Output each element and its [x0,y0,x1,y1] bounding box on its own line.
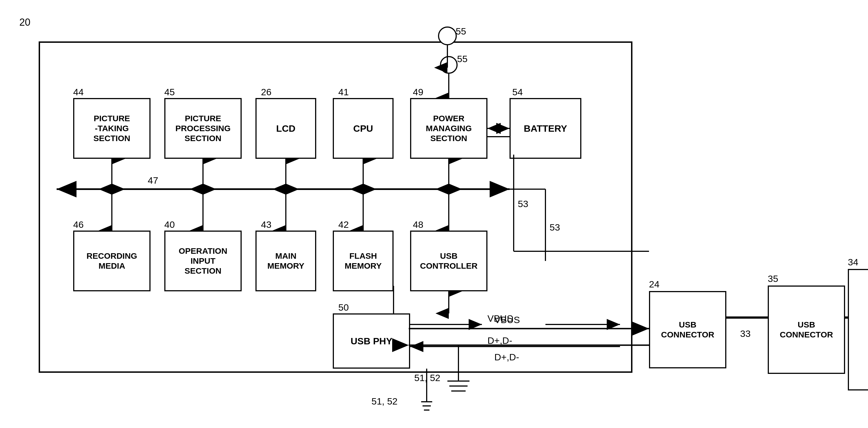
svg-text:55: 55 [456,26,466,36]
svg-text:44: 44 [73,87,84,97]
svg-text:47: 47 [148,175,158,186]
device-34-wrapper: 34 [848,257,868,391]
usb-connector-35-wrapper: 35 USBCONNECTOR [768,273,845,374]
lcd: LCD [255,98,316,159]
device-34 [848,269,868,391]
svg-text:D+,D-: D+,D- [488,335,512,346]
svg-text:51, 52: 51, 52 [371,396,398,406]
svg-text:41: 41 [338,87,349,97]
main-camera-block: 47 [39,41,632,373]
svg-text:51, 52: 51, 52 [414,372,440,383]
svg-text:33: 33 [740,328,751,339]
ref-35: 35 [768,273,845,284]
svg-text:45: 45 [164,87,175,97]
picture-processing-section: PICTUREPROCESSINGSECTION [164,98,242,159]
ref-34: 34 [848,257,868,268]
ref-24: 24 [649,279,726,290]
svg-text:43: 43 [261,219,272,230]
battery: BATTERY [509,98,581,159]
usb-controller: USBCONTROLLER [410,231,488,291]
cpu: CPU [333,98,394,159]
svg-text:53: 53 [550,222,560,233]
diagram-container: 20 [17,14,859,414]
recording-media: RECORDINGMEDIA [73,231,151,291]
svg-text:46: 46 [73,219,84,230]
flash-memory: FLASHMEMORY [333,231,394,291]
operation-input-section: OPERATIONINPUTSECTION [164,231,242,291]
usb-connector-24-wrapper: 24 USBCONNECTOR [649,279,726,368]
usb-phy: USB PHY [333,313,410,369]
svg-text:49: 49 [413,87,423,97]
svg-point-38 [440,57,457,73]
picture-taking-section: PICTURE-TAKINGSECTION [73,98,151,159]
svg-text:26: 26 [261,87,272,97]
main-memory: MAINMEMORY [255,231,316,291]
usb-connector-24: USBCONNECTOR [649,291,726,368]
svg-text:54: 54 [512,87,523,97]
svg-text:50: 50 [338,302,349,313]
usb-connector-35: USBCONNECTOR [768,285,845,374]
ref-label-20: 20 [19,17,30,28]
svg-text:40: 40 [164,219,175,230]
svg-text:42: 42 [338,219,349,230]
svg-text:VBUS: VBUS [488,313,513,324]
svg-text:48: 48 [413,219,423,230]
svg-text:55: 55 [457,54,468,64]
power-managing-section: POWERMANAGINGSECTION [410,98,488,159]
